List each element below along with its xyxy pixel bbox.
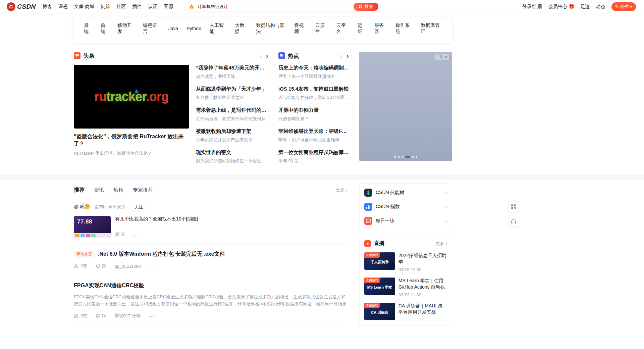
feed-item-blog[interactable]: FPGA实现CAN通信CRC校验 FPGA实现CAN通信CRC校验检验本质上是C…: [74, 276, 347, 326]
carousel-dot[interactable]: [412, 156, 414, 158]
hot-prev-button[interactable]: ‹: [340, 52, 342, 59]
nav-qa[interactable]: 问答: [101, 4, 110, 10]
more-options-icon[interactable]: ···: [149, 313, 155, 319]
category-item[interactable]: 移动开发: [118, 22, 135, 35]
chevron-right-icon: ›: [445, 218, 447, 224]
more-options-icon[interactable]: ···: [132, 232, 139, 238]
carousel-dot-active[interactable]: [405, 156, 410, 158]
live-item[interactable]: 直播预约 千人招聘季 2022拓维信息千人招聘季 03/15 12:00: [364, 252, 447, 272]
like-button[interactable]: 0赞: [74, 313, 87, 319]
post-title[interactable]: FPGA实现CAN通信CRC校验: [74, 282, 347, 289]
nav-opensource[interactable]: 开源: [164, 4, 173, 10]
post-username[interactable]: 撕裂的牛仔裤: [114, 313, 141, 319]
create-button[interactable]: ✎ 创作 ▾: [611, 2, 636, 11]
news-item[interactable]: 从面临退学到华为「天才少年」 复旦博士林田的逆袭之路: [196, 86, 268, 101]
category-item[interactable]: 前端: [101, 22, 109, 35]
live-title[interactable]: 2022拓维信息千人招聘季: [398, 252, 447, 265]
vip-center-link[interactable]: 会员中心 🎁: [548, 4, 574, 10]
carousel-dot[interactable]: [401, 156, 403, 158]
tab-ranking[interactable]: 热榜: [113, 187, 123, 193]
customer-service-button[interactable]: [508, 216, 519, 227]
category-item[interactable]: 后端: [84, 22, 92, 35]
category-bar: 后端 前端 移动开发 编程语言 Java Python 人工智能 大数据 数据结…: [74, 17, 452, 43]
post-thumbnail[interactable]: 77.88: [74, 216, 111, 238]
dislike-button[interactable]: 踩: [95, 313, 106, 319]
post-username[interactable]: qq_35511080: [114, 264, 141, 269]
sidebar-item-daily-practice[interactable]: 每日一练 ›: [364, 214, 447, 228]
headlines-prev-button[interactable]: ‹: [260, 52, 262, 59]
dislike-button[interactable]: 踩: [95, 263, 106, 269]
nav-plugin[interactable]: 插件: [132, 4, 142, 10]
star-icon: ★: [134, 88, 139, 95]
headline-image[interactable]: rutracker.org ★ ★: [74, 65, 189, 129]
category-item[interactable]: 大数据: [235, 22, 248, 35]
tab-expert[interactable]: 专家推荐: [133, 187, 153, 193]
ad-banner[interactable]: 广告 ✕: [359, 52, 452, 161]
news-item[interactable]: “我辞掉了年薪45万美元的开发工作” 动力减弱，业绩下降: [196, 65, 268, 80]
live-item[interactable]: 直播预约 MS Learn 学堂 MS Learn 学堂｜使用 GitHub A…: [364, 278, 447, 297]
category-item[interactable]: Python: [186, 26, 201, 31]
news-item[interactable]: 第一位女性商业程序员玛丽库姆斯… 享年 93 岁: [278, 149, 349, 164]
category-item[interactable]: 服务器: [374, 22, 387, 35]
live-title[interactable]: MS Learn 学堂｜使用 GitHub Actions 自动执行…: [398, 278, 447, 290]
category-item[interactable]: 数据结构与算法: [256, 22, 286, 35]
category-item[interactable]: 操作系统: [395, 22, 413, 35]
footprint-link[interactable]: 足迹: [581, 4, 590, 10]
follow-button[interactable]: 关注: [130, 203, 148, 211]
nav-blog[interactable]: 博客: [43, 4, 52, 10]
tab-recommend[interactable]: 推荐: [74, 187, 85, 194]
sidebar-item-skill-tree[interactable]: CSDN 技能树 ›: [364, 186, 447, 200]
footer-author[interactable]: 哪 吒: [115, 232, 125, 238]
category-item[interactable]: 云原生: [315, 22, 328, 35]
nav-course[interactable]: 课程: [58, 4, 68, 10]
headlines-next-button[interactable]: ›: [266, 52, 268, 59]
carousel-dot[interactable]: [416, 156, 417, 158]
nav-certification[interactable]: 认证: [148, 4, 158, 10]
hot-next-button[interactable]: ›: [346, 52, 349, 59]
category-item[interactable]: 数据库管理: [421, 22, 442, 35]
search-bar[interactable]: 🔥 搜索: [184, 2, 379, 11]
carousel-dot[interactable]: [394, 156, 396, 158]
tab-news[interactable]: 资讯: [94, 187, 104, 193]
news-item[interactable]: 需求着急上线，是写烂代码的理由… 烂代码当道，高质量代码将何去何从: [196, 107, 268, 122]
moments-link[interactable]: 动态: [596, 4, 605, 10]
news-item[interactable]: 现实世界的密文 因为我们所感知的始终是一个密文世界…: [196, 149, 268, 164]
news-item[interactable]: 苹果维修堪比登天难：评级F，获... 苹果：用户可自行购买设备维修: [278, 128, 349, 143]
category-item[interactable]: Java: [168, 26, 178, 31]
post-title[interactable]: .Net 6.0 版本Winform 程序打包 安装完后无 .exe文件: [98, 251, 225, 258]
category-item[interactable]: 编程语言: [143, 22, 160, 35]
author-name[interactable]: 哪 吒🤔: [74, 204, 90, 210]
live-item[interactable]: 直播预约 CA 训练营 CA 训练营｜MAUI 跨平台应用开发实战: [364, 303, 447, 320]
post-meta: 发布blink 6 天前: [94, 204, 125, 210]
feed-item-blink[interactable]: 哪 吒🤔 发布blink 6 天前 关注 77.88 有几个比我高的？全国找不出…: [74, 197, 347, 245]
category-item[interactable]: 人工智能: [210, 22, 227, 35]
category-item[interactable]: 运维: [358, 22, 366, 35]
nav-library-mall[interactable]: 文库·商城: [74, 4, 95, 10]
category-item[interactable]: 云平台: [336, 22, 349, 35]
csdn-logo[interactable]: C CSDN: [7, 2, 36, 11]
ad-close-icon[interactable]: ✕: [445, 55, 448, 59]
more-options-icon[interactable]: ···: [149, 263, 155, 269]
news-item[interactable]: 开源中的巾帼力量 开源影响发量？: [278, 107, 349, 122]
live-more-link[interactable]: 更多 ›: [436, 241, 447, 247]
category-item[interactable]: 音视频: [294, 22, 307, 35]
feed-item-question[interactable]: 等你来答 .Net 6.0 版本Winform 程序打包 安装完后无 .exe文…: [74, 245, 347, 276]
live-title[interactable]: CA 训练营｜MAUI 跨平台应用开发实战: [398, 303, 447, 315]
carousel-dot[interactable]: [398, 156, 399, 158]
nav-community[interactable]: 社区: [117, 4, 126, 10]
sidebar-item-csdn-index[interactable]: CSDN 指数 ›: [364, 200, 447, 214]
login-register-link[interactable]: 登录/注册: [522, 4, 542, 10]
news-item[interactable]: 被微软收购后却惨遭下架 六年后我又开发新产品来抗衡: [196, 128, 268, 143]
feed-more-link[interactable]: 更多 ›: [336, 187, 347, 193]
search-button[interactable]: 搜索: [354, 3, 378, 11]
index-chart-icon: [364, 203, 372, 211]
post-description: FPGA实现CAN通信CRC校验检验本质上是CRC检验生成多项式理解CRC校验，…: [74, 293, 347, 307]
search-input[interactable]: [195, 4, 379, 9]
headline-main-story[interactable]: rutracker.org ★ ★ “盗版合法化”，俄罗斯要把 RuTracke…: [74, 65, 189, 170]
news-item[interactable]: 历史上的今天：格状编码调制的发… 世界上第一个互联网注册域名: [278, 65, 349, 80]
qr-code-button[interactable]: [508, 202, 519, 212]
category-expand-button[interactable]: [84, 35, 442, 42]
news-item[interactable]: iOS 15.4发布，支持戴口罩解锁 因与公司存在分歧，寒武纪CTO梁军…: [278, 86, 349, 101]
like-button[interactable]: 0赞: [74, 263, 87, 269]
post-text[interactable]: 有几个比我高的？全国找不出10个[阴险]: [115, 216, 347, 222]
